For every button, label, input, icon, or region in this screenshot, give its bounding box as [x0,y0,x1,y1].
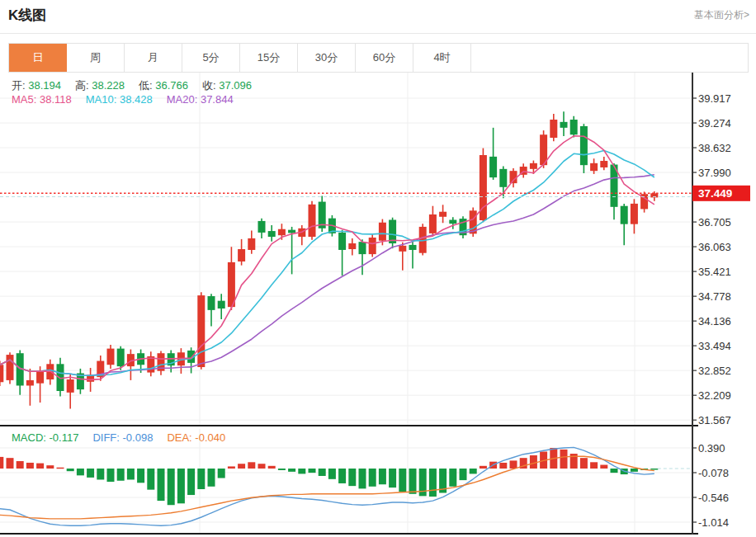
candle [359,239,366,275]
candle [158,351,165,374]
macd-pane [0,447,692,525]
macd-bar [77,469,84,475]
kline-chart-page: K线图 基本面分析> 日周月5分15分30分60分4时 39.91739.274… [0,0,756,537]
macd-bar [449,469,456,487]
macd-bar [348,469,356,486]
macd-bar [600,465,607,469]
axis-tick-label: 37.990 [698,167,731,179]
macd-bar [409,469,417,494]
macd-bar [560,450,568,469]
candle [560,111,568,136]
macd-bar [97,469,104,479]
candle [46,360,54,385]
axis-tick-label: 32.852 [698,365,731,377]
macd-bar [399,469,406,492]
macd-bar [218,469,225,478]
axis-tick-label: -1.014 [698,516,729,529]
candle [67,374,74,408]
candle [238,239,245,266]
axis-tick-label: 36.705 [698,216,731,228]
current-price-badge: 37.449 [692,186,750,201]
candle [258,219,266,238]
macd-bar [379,469,386,484]
candle [399,243,406,271]
candle [570,116,578,138]
macd-bar [158,469,165,501]
macd-bar [298,469,305,473]
macd-bar [460,469,467,480]
candle [248,231,255,254]
macd-bar [57,468,64,469]
macd-bar [258,464,266,469]
current-price-label: 37.449 [698,187,732,200]
macd-bar [590,462,598,469]
axis-tick-label: 38.632 [698,142,731,154]
candle [348,238,356,256]
candle [309,201,316,240]
candle [268,225,276,242]
macd-bar [369,469,376,487]
candle [470,208,477,238]
macd-bar [389,469,396,488]
macd-bar [499,463,507,469]
macd-bar [177,469,185,503]
candle [168,350,175,372]
candle [147,351,154,376]
macd-bar [107,469,115,482]
candle [26,369,34,406]
macd-bar [147,469,154,490]
macd-bar [197,469,205,489]
candle [218,294,225,319]
axis-labels: 39.91739.27438.63237.99036.70536.06335.4… [692,92,731,529]
candle [409,242,417,269]
macd-bar [46,465,54,469]
macd-bar [87,469,94,478]
candle [429,206,437,236]
macd-bar [480,466,487,469]
candle [319,196,326,232]
macd-bar [248,462,255,469]
gridlines [0,73,692,533]
candle [520,163,527,177]
axis-tick-label: 31.567 [698,414,731,426]
axis-tick-label: 35.421 [698,266,731,278]
macd-bar [0,457,3,469]
macd-bar [530,455,537,469]
macd-bar [278,469,286,470]
candle [197,292,205,369]
axis-tick-label: 39.274 [698,117,731,130]
candle [590,158,598,174]
candle [127,350,135,380]
candle [530,161,537,174]
macd-bar [631,469,638,472]
axis-tick-label: -0.078 [698,467,729,479]
macd-bar [187,469,195,495]
candle [580,124,588,173]
macd-bar [580,458,588,469]
axis-tick-label: 0.390 [698,442,725,455]
candle [449,217,456,228]
macd-bar [319,469,326,476]
candlesticks [0,111,658,408]
candle [621,204,628,245]
candle [187,347,195,373]
macd-bar [7,458,14,469]
macd-bar [127,469,135,479]
macd-bar [36,464,44,469]
macd-bar [238,464,245,469]
candle [631,199,638,233]
candle [600,157,607,170]
macd-bar [309,469,316,473]
candle [17,350,24,394]
candle [640,191,648,212]
macd-bar [26,463,34,469]
candle [7,352,14,384]
macd-bar [17,461,24,469]
candle [460,216,467,238]
candle [298,225,305,245]
candle [489,128,497,180]
macd-bar [328,469,336,479]
bottom-border [0,533,698,535]
candle [107,345,115,369]
macd-bar [611,469,618,473]
